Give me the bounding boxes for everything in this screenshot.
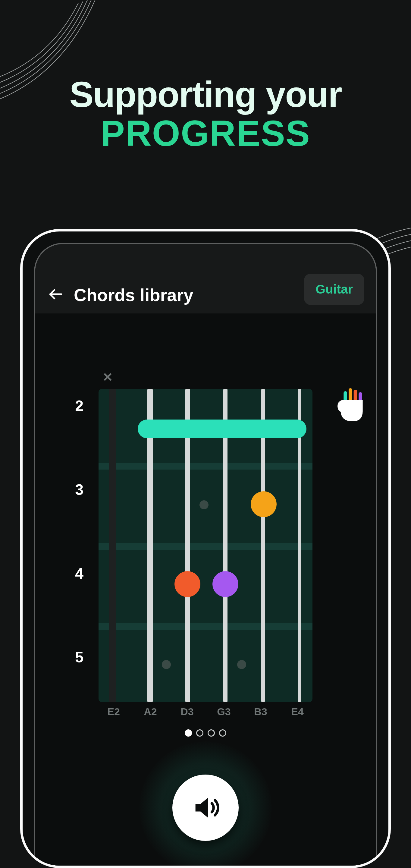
fret-marker <box>199 500 209 509</box>
fret-wire <box>98 623 313 630</box>
string-label: G3 <box>215 706 233 718</box>
headline: Supporting your PROGRESS <box>0 75 411 153</box>
page-dot[interactable] <box>196 730 203 737</box>
play-sound-button[interactable] <box>172 775 239 841</box>
svg-rect-2 <box>349 388 352 401</box>
string-label: E2 <box>104 706 123 718</box>
page-title: Chords library <box>74 285 295 305</box>
fret-wire <box>98 543 313 550</box>
back-arrow-icon <box>48 287 63 302</box>
fret-number-column: 2 3 4 5 <box>71 397 84 666</box>
fret-marker <box>162 660 171 669</box>
phone-frame: Chords library Guitar × 2 3 4 5 <box>20 229 391 868</box>
svg-rect-1 <box>344 391 347 401</box>
svg-rect-3 <box>354 390 357 401</box>
back-button[interactable] <box>47 285 65 303</box>
hand-fingering-icon <box>337 388 367 424</box>
string <box>109 389 116 702</box>
headline-line2: PROGRESS <box>0 113 411 153</box>
chord-area: × 2 3 4 5 <box>35 362 376 866</box>
fret-number: 4 <box>71 565 84 582</box>
speaker-icon <box>190 793 221 823</box>
instrument-selector[interactable]: Guitar <box>304 274 364 305</box>
svg-rect-4 <box>358 392 362 401</box>
fret-wire <box>98 463 313 470</box>
page-dot[interactable] <box>208 730 215 737</box>
play-halo <box>139 741 272 866</box>
app-bar: Chords library Guitar <box>35 244 376 313</box>
string-label: B3 <box>252 706 270 718</box>
mute-mark: × <box>103 368 112 386</box>
fret-marker <box>237 660 246 669</box>
string-label: A2 <box>141 706 159 718</box>
finger-dot <box>251 491 277 517</box>
finger-dot <box>175 571 200 597</box>
barre-finger <box>138 420 307 438</box>
hand-fingering-button[interactable] <box>337 388 367 424</box>
page-dot[interactable] <box>219 730 226 737</box>
fretboard[interactable] <box>98 389 313 702</box>
fret-number: 2 <box>71 397 84 415</box>
string-label: D3 <box>178 706 196 718</box>
phone-screen: Chords library Guitar × 2 3 4 5 <box>34 243 377 866</box>
string-label: E4 <box>288 706 307 718</box>
string-labels: E2 A2 D3 G3 B3 E4 <box>98 706 313 718</box>
page-dot[interactable] <box>185 730 192 737</box>
pagination-dots[interactable] <box>185 730 226 737</box>
finger-dot <box>213 571 238 597</box>
fret-number: 3 <box>71 481 84 498</box>
fret-number: 5 <box>71 649 84 666</box>
headline-line1: Supporting your <box>0 75 411 113</box>
